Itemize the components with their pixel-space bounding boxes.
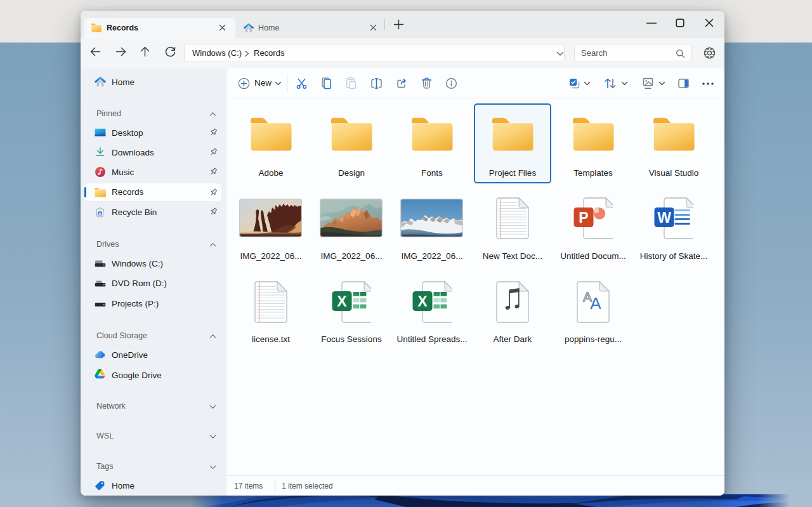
svg-text:X: X xyxy=(337,293,347,310)
svg-text:X: X xyxy=(417,293,428,310)
svg-text:A: A xyxy=(590,294,601,313)
svg-text:P: P xyxy=(579,209,588,226)
svg-text:W: W xyxy=(657,209,671,226)
